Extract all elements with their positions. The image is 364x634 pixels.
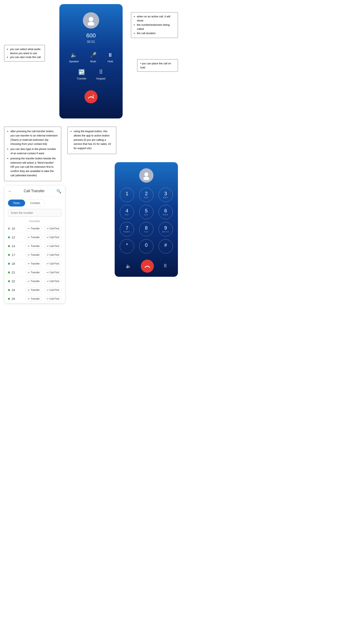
call-first-icon: ↩ <box>47 245 49 247</box>
call-first-icon: ↩ <box>47 289 49 291</box>
bottom-section: after pressing the call transfer button,… <box>4 127 178 303</box>
call-first-btn-29[interactable]: ↩ Call First <box>44 296 62 301</box>
keypad-grid: 1 2 ABC 3 DEF 4 GHI 5 JKL <box>119 188 174 253</box>
keypad-avatar <box>139 168 154 183</box>
status-dot-green <box>8 245 10 247</box>
status-dot-green <box>8 236 10 238</box>
key-9[interactable]: 9 WXYZ <box>158 222 173 236</box>
key-star[interactable]: * <box>120 239 134 253</box>
transfer-btn-24[interactable]: ↩ Transfer <box>26 287 42 293</box>
keypad-end-call-button[interactable] <box>141 260 154 273</box>
key-5[interactable]: 5 JKL <box>139 205 154 219</box>
call-first-icon: ↩ <box>47 236 49 239</box>
svg-point-1 <box>88 22 94 26</box>
call-first-btn-21[interactable]: ↩ Call First <box>44 270 62 275</box>
ann-call-item3: the call duration <box>137 31 175 35</box>
transfer-icon: ↩️ <box>78 69 85 75</box>
keypad-hangup-icon <box>145 263 150 269</box>
key-1[interactable]: 1 <box>120 188 134 202</box>
contact-row: 21 ↩ Transfer ↩ Call First <box>8 268 62 277</box>
transfer-btn-14[interactable]: ↩ Transfer <box>26 243 42 249</box>
transfer-panel-title: Call Transfer <box>12 189 56 193</box>
call-first-icon: ↩ <box>47 280 49 283</box>
transfer-btn-icon: ↩ <box>28 227 30 230</box>
key-8[interactable]: 8 TUV <box>139 222 154 236</box>
key-0[interactable]: 0 <box>139 239 154 253</box>
call-first-btn-14[interactable]: ↩ Call First <box>44 243 62 249</box>
tab-contact[interactable]: Contact <box>25 200 45 206</box>
status-dot-green <box>8 280 10 282</box>
transfer-panel: ← Call Transfer 🔍 Team Contact Favorites… <box>4 185 65 303</box>
contact-row: 18 ↩ Transfer ↩ Call First <box>8 259 62 268</box>
keypad-grid-icon[interactable]: ⠿ <box>164 263 167 269</box>
ann-audio-item2: you can also mute the call <box>10 55 42 59</box>
hold-label: Hold <box>108 60 113 63</box>
end-call-button[interactable] <box>84 90 98 103</box>
tab-row: Team Contact <box>8 200 62 206</box>
contact-number: 10 <box>12 227 23 230</box>
keypad-speaker-button[interactable]: 🔈 <box>126 263 131 269</box>
svg-point-0 <box>89 17 93 22</box>
hold-icon: ⏸ <box>108 52 113 58</box>
contact-number: 29 <box>12 297 23 300</box>
hold-button[interactable]: ⏸ Hold <box>108 52 113 63</box>
key-2[interactable]: 2 ABC <box>139 188 154 202</box>
search-icon[interactable]: 🔍 <box>56 189 62 194</box>
transfer-btn-icon: ↩ <box>28 271 30 274</box>
transfer-btn-22[interactable]: ↩ Transfer <box>26 279 42 284</box>
contact-row: 24 ↩ Transfer ↩ Call First <box>8 286 62 294</box>
transfer-btn-icon: ↩ <box>28 297 30 300</box>
transfer-btn-icon: ↩ <box>28 280 30 283</box>
back-button[interactable]: ← <box>8 189 12 193</box>
key-3[interactable]: 3 DEF <box>158 188 173 202</box>
transfer-btn-21[interactable]: ↩ Transfer <box>26 270 42 275</box>
transfer-btn-10[interactable]: ↩ Transfer <box>26 226 42 231</box>
call-first-btn-22[interactable]: ↩ Call First <box>44 279 62 284</box>
speaker-icon: 🔈 <box>70 52 77 58</box>
svg-point-3 <box>144 177 149 180</box>
call-first-btn-24[interactable]: ↩ Call First <box>44 287 62 293</box>
transfer-button[interactable]: ↩️ Transfer <box>77 69 86 80</box>
number-input[interactable] <box>8 209 62 217</box>
call-duration: 00:01 <box>87 40 95 44</box>
keypad-button[interactable]: ⠿ Keypad <box>96 69 105 80</box>
controls-row-2: ↩️ Transfer ⠿ Keypad <box>72 69 110 80</box>
call-first-btn-12[interactable]: ↩ Call First <box>44 235 62 240</box>
ann-hold-text: • you can place the call on hold <box>140 62 171 69</box>
transfer-btn-icon: ↩ <box>28 236 30 239</box>
contact-row: 22 ↩ Transfer ↩ Call First <box>8 277 62 286</box>
ann-audio-item1: you can select what audio device you wan… <box>10 47 42 55</box>
transfer-btn-12[interactable]: ↩ Transfer <box>26 235 42 240</box>
transfer-btn-icon: ↩ <box>28 253 30 256</box>
annotation-audio-mute: you can select what audio device you wan… <box>4 45 45 62</box>
annotation-hold: • you can place the call on hold <box>137 59 178 72</box>
person-icon <box>86 15 96 26</box>
keypad-label: Keypad <box>96 77 105 80</box>
key-4[interactable]: 4 GHI <box>120 205 134 219</box>
controls-row-1: 🔈 Speaker 🎤 Mute ⏸ Hold <box>64 52 118 63</box>
key-7[interactable]: 7 PQRS <box>120 222 134 236</box>
status-dot-green <box>8 289 10 291</box>
caller-avatar <box>83 12 99 29</box>
favorites-label: Favorites <box>4 220 65 223</box>
speaker-button[interactable]: 🔈 Speaker <box>69 52 79 63</box>
call-first-btn-10[interactable]: ↩ Call First <box>44 226 62 231</box>
keypad-screen: 1 2 ABC 3 DEF 4 GHI 5 JKL <box>115 162 178 277</box>
transfer-btn-17[interactable]: ↩ Transfer <box>26 252 42 257</box>
contact-row: 29 ↩ Transfer ↩ Call First <box>8 294 62 303</box>
ann-transfer-3: pressing the transfer button beside the … <box>10 156 58 178</box>
key-hash[interactable]: # <box>158 239 173 253</box>
status-dot-green <box>8 271 10 273</box>
transfer-btn-18[interactable]: ↩ Transfer <box>26 261 42 266</box>
transfer-btn-29[interactable]: ↩ Transfer <box>26 296 42 301</box>
call-number: 600 <box>86 32 96 39</box>
tab-team[interactable]: Team <box>8 200 25 206</box>
transfer-btn-icon: ↩ <box>28 245 30 247</box>
call-first-btn-17[interactable]: ↩ Call First <box>44 252 62 257</box>
mute-icon: 🎤 <box>90 52 96 58</box>
mute-button[interactable]: 🎤 Mute <box>90 52 96 63</box>
key-6[interactable]: 6 MNO <box>158 205 173 219</box>
call-first-btn-18[interactable]: ↩ Call First <box>44 261 62 266</box>
contact-number: 21 <box>12 271 23 274</box>
contact-number: 17 <box>12 253 23 256</box>
